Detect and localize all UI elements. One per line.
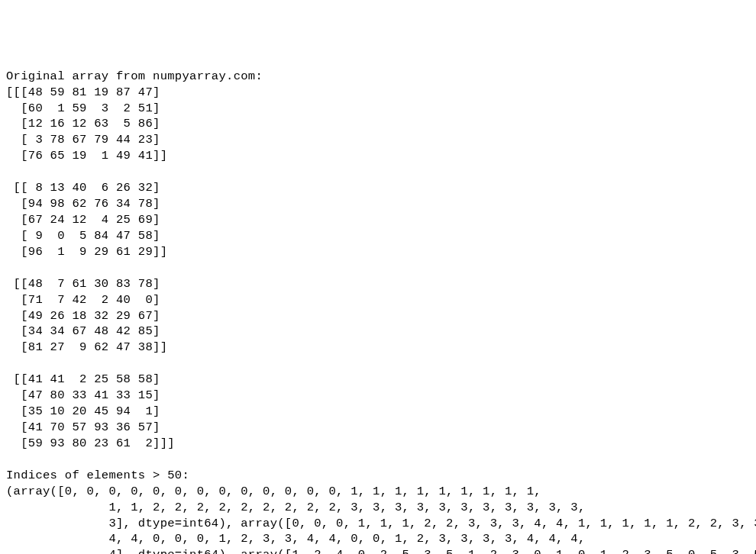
console-output: Original array from numpyarray.com: [[[4… — [6, 69, 750, 554]
